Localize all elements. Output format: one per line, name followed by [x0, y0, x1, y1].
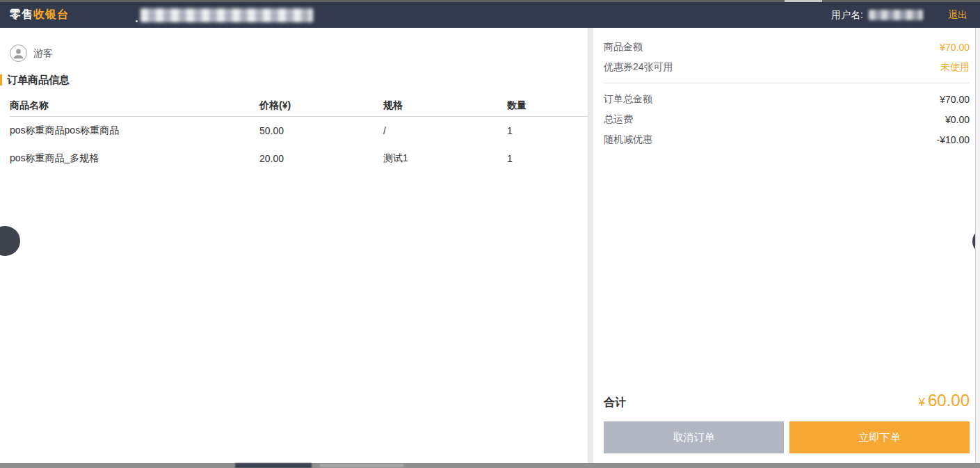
user-avatar-icon [10, 45, 27, 62]
cell-qty: 1 [507, 153, 588, 164]
place-order-button[interactable]: 立即下单 [789, 421, 970, 453]
store-name-redacted [140, 8, 313, 22]
cell-spec: / [383, 125, 507, 136]
coupon-status[interactable]: 未使用 [940, 61, 970, 74]
cancel-order-button[interactable]: 取消订单 [604, 421, 784, 453]
logout-link[interactable]: 退出 [948, 9, 967, 22]
summary-row-shipping: 总运费 ¥0.00 [604, 109, 970, 129]
action-buttons: 取消订单 立即下单 [604, 421, 970, 453]
desktop-taskbar-strip [0, 463, 980, 468]
checkout-block: 合计 ¥60.00 取消订单 立即下单 [604, 391, 970, 453]
summary-label: 商品金额 [604, 41, 643, 54]
taskbar-fragment [320, 464, 403, 467]
order-section-title: 订单商品信息 [0, 74, 588, 86]
order-summary-panel: 商品金额 ¥70.00 优惠券24张可用 未使用 订单总金额 ¥70.00 总运… [593, 28, 975, 463]
cell-price: 20.00 [259, 153, 383, 164]
customer-row: 游客 [0, 28, 588, 62]
window-edge-fill [976, 28, 980, 463]
total-value: 60.00 [928, 391, 970, 410]
header-spec: 规格 [383, 99, 507, 112]
summary-label: 总运费 [604, 113, 633, 126]
total-label: 合计 [604, 396, 626, 410]
summary-value: -¥10.00 [937, 134, 970, 145]
navbar-right: 用户名: 退出 [831, 9, 967, 22]
summary-row-goods-amount: 商品金额 ¥70.00 [604, 37, 970, 57]
product-table-header: 商品名称 价格(¥) 规格 数量 [10, 95, 588, 117]
product-table: 商品名称 价格(¥) 规格 数量 pos称重商品pos称重商品 50.00 / … [0, 95, 588, 172]
total-amount: ¥60.00 [918, 391, 970, 410]
order-items-panel: 游客 订单商品信息 商品名称 价格(¥) 规格 数量 pos称重商品pos称重商… [0, 28, 588, 463]
summary-value: ¥70.00 [940, 94, 970, 105]
summary-label: 订单总金额 [604, 93, 652, 106]
pos-cashier-window: 零售收银台 用户名: 退出 游客 订单商品信息 商品名称 价格(¥) [0, 0, 980, 468]
summary-block: 商品金额 ¥70.00 优惠券24张可用 未使用 订单总金额 ¥70.00 总运… [604, 28, 970, 150]
redacted-dot [136, 20, 138, 22]
app-title: 零售收银台 [10, 8, 69, 22]
table-row: pos称重商品pos称重商品 50.00 / 1 [10, 117, 588, 145]
cell-product-name: pos称重商品_多规格 [10, 152, 259, 165]
summary-divider [604, 83, 970, 83]
header-qty: 数量 [507, 99, 588, 112]
summary-row-random-discount: 随机减优惠 -¥10.00 [604, 129, 970, 150]
guest-label: 游客 [33, 47, 53, 60]
coupon-label: 优惠券24张可用 [604, 61, 673, 74]
table-row: pos称重商品_多规格 20.00 测试1 1 [10, 145, 588, 172]
total-row: 合计 ¥60.00 [604, 391, 970, 410]
top-navbar: 零售收银台 用户名: 退出 [0, 2, 980, 28]
summary-row-coupon[interactable]: 优惠券24张可用 未使用 [604, 57, 970, 77]
header-product-name: 商品名称 [10, 99, 259, 112]
app-title-prefix: 零售 [10, 8, 33, 20]
summary-label: 随机减优惠 [604, 134, 652, 146]
summary-row-order-total: 订单总金额 ¥70.00 [604, 89, 970, 109]
username-label: 用户名: [831, 9, 863, 22]
currency-symbol: ¥ [918, 396, 924, 409]
app-title-suffix: 收银台 [33, 8, 69, 20]
cell-spec: 测试1 [383, 152, 507, 165]
summary-value: ¥70.00 [940, 42, 970, 53]
summary-value: ¥0.00 [945, 114, 970, 125]
taskbar-fragment [235, 463, 312, 468]
username-value-redacted [869, 10, 923, 20]
header-price: 价格(¥) [259, 99, 383, 112]
cell-product-name: pos称重商品pos称重商品 [10, 124, 259, 137]
cell-qty: 1 [507, 125, 588, 136]
cell-price: 50.00 [259, 125, 383, 136]
